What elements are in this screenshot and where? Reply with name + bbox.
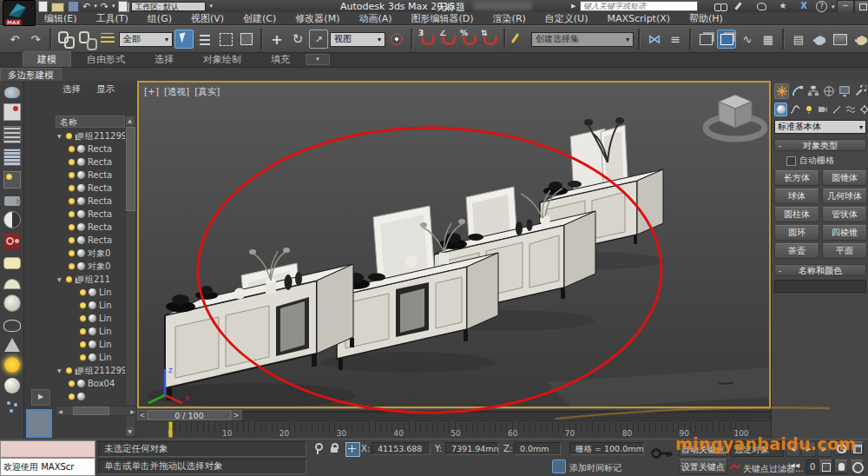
project-folder-icon[interactable]	[118, 1, 128, 12]
rollout-object-type[interactable]: - 对象类型	[774, 139, 866, 151]
light-lister-icon[interactable]	[3, 171, 21, 188]
category-shapes[interactable]	[788, 102, 801, 116]
time-slider-handle[interactable]: 0 / 100	[148, 410, 231, 420]
primitive-button-9[interactable]: 平面	[822, 243, 867, 259]
teapot-wire-icon[interactable]	[3, 320, 21, 332]
restore-button[interactable]	[854, 0, 868, 13]
undo-icon[interactable]: ↶	[82, 2, 90, 11]
viewcube[interactable]	[706, 95, 765, 139]
bind-to-space-warp-icon[interactable]	[98, 30, 117, 49]
tree-row-0[interactable]: ▼组211299	[56, 129, 125, 142]
primitive-button-8[interactable]: 茶壶	[774, 243, 819, 259]
tab-motion[interactable]	[821, 83, 836, 99]
primitive-button-2[interactable]: 球体	[774, 188, 819, 204]
object-name-field[interactable]	[774, 280, 866, 293]
visibility-bulb-icon[interactable]	[69, 263, 75, 269]
curve-editor-icon[interactable]: ∿	[738, 30, 757, 49]
angle-snap-icon[interactable]: ∠	[438, 30, 457, 49]
tree-horizontal-scrollbar[interactable]: ◀ ▶	[56, 406, 137, 416]
ribbon-tab-1[interactable]: 自由形式	[73, 52, 139, 67]
new-file-icon[interactable]	[38, 1, 48, 12]
render-setup-icon[interactable]	[810, 30, 829, 49]
help-icon[interactable]: ?	[816, 1, 827, 12]
primitive-button-0[interactable]: 长方体	[774, 170, 819, 186]
search-icon[interactable]	[713, 1, 727, 11]
expand-icon[interactable]: ▼	[57, 133, 63, 139]
rendered-frame-window-icon[interactable]	[831, 30, 850, 49]
ribbon-tab-0[interactable]: 建模	[23, 51, 71, 67]
dope-sheet-icon[interactable]: ▦	[759, 30, 778, 49]
tree-row-4[interactable]: Recta	[56, 182, 125, 195]
expand-icon[interactable]: ▼	[57, 367, 63, 374]
tree-row-9[interactable]: 对象0	[56, 247, 125, 260]
visibility-bulb-icon[interactable]	[66, 276, 72, 282]
menu-item-8[interactable]: 渲染(R)	[483, 12, 536, 25]
tree-row-5[interactable]: Recta	[56, 195, 125, 208]
select-and-move-icon[interactable]: +	[267, 30, 286, 49]
align-icon[interactable]: ≡	[666, 30, 685, 49]
primitive-button-7[interactable]: 四棱锥	[822, 225, 867, 241]
visibility-bulb-icon[interactable]	[80, 341, 86, 347]
subscription-icon[interactable]	[734, 1, 748, 11]
visibility-bulb-icon[interactable]	[69, 393, 75, 400]
snap-toggle-icon[interactable]: 3	[418, 30, 437, 49]
visibility-bulb-icon[interactable]	[80, 354, 86, 360]
visibility-bulb-icon[interactable]	[69, 146, 75, 152]
expand-icon[interactable]: ▼	[57, 276, 63, 282]
scroll-right-icon[interactable]: ▶	[128, 408, 136, 414]
tab-create[interactable]	[774, 83, 789, 99]
select-and-rotate-icon[interactable]: ↻	[288, 30, 307, 49]
category-space-warps[interactable]	[844, 102, 857, 116]
name-column-header[interactable]: 名称	[56, 116, 125, 128]
moon-icon[interactable]	[3, 211, 21, 228]
edit-named-selection-icon[interactable]	[510, 30, 529, 49]
redo-flyout-icon[interactable]: ▾	[112, 2, 115, 11]
visibility-bulb-icon[interactable]	[69, 250, 75, 256]
redo-button[interactable]: ↷	[26, 30, 45, 49]
explorer-flyout-button[interactable]: ▶	[31, 389, 50, 406]
autogrid-checkbox[interactable]	[786, 156, 796, 166]
viewport-menu-pov[interactable]: [透视]	[164, 86, 189, 98]
category-lights[interactable]	[802, 102, 815, 116]
scene-explorer-icon[interactable]	[717, 30, 736, 49]
plate-icon[interactable]	[3, 257, 21, 269]
viewport-scene[interactable]: z x	[139, 83, 769, 407]
select-object-button[interactable]	[174, 30, 194, 49]
select-and-scale-icon[interactable]: ↗	[309, 30, 328, 49]
mirror-icon[interactable]: ⋈	[645, 30, 664, 49]
material-editor-icon[interactable]: ▤	[789, 30, 808, 49]
minimize-button[interactable]: ─	[837, 0, 854, 13]
scroll-up-icon[interactable]: ▲	[126, 116, 134, 125]
tree-row-6[interactable]: Recta	[56, 208, 125, 221]
time-slider-track[interactable]	[243, 411, 771, 420]
visibility-bulb-icon[interactable]	[69, 237, 75, 243]
category-cameras[interactable]	[816, 102, 829, 116]
visibility-bulb-icon[interactable]	[80, 302, 86, 308]
disc-icon[interactable]	[3, 294, 21, 312]
menu-item-10[interactable]: MAXScript(X)	[597, 12, 680, 25]
pan-view-icon[interactable]	[834, 459, 848, 473]
tree-row-8[interactable]: Recta	[56, 234, 125, 247]
menu-item-0[interactable]: 编辑(E)	[35, 12, 87, 25]
ribbon-tab-4[interactable]: 填充	[257, 52, 304, 67]
workspace-dropdown[interactable]: 工作区: 默认	[131, 2, 206, 11]
search-box[interactable]	[580, 1, 698, 11]
film-icon[interactable]	[4, 234, 20, 249]
tree-row-14[interactable]: Lin	[56, 312, 125, 325]
y-coord-field[interactable]: 7391.94mn	[445, 442, 499, 455]
explorer-menu-select[interactable]: 选择	[62, 83, 81, 97]
isolate-selection-icon[interactable]	[311, 442, 324, 455]
key-filters-icon[interactable]	[730, 461, 741, 473]
rollout-name-color[interactable]: - 名称和颜色	[774, 264, 866, 276]
help-arrow-icon[interactable]: ▾	[832, 3, 835, 12]
tree-row-2[interactable]: Recta	[56, 155, 125, 169]
menu-item-2[interactable]: 组(G)	[138, 12, 181, 25]
category-geometry[interactable]	[774, 102, 787, 116]
primitive-button-5[interactable]: 管状体	[822, 207, 867, 222]
primitive-button-4[interactable]: 圆柱体	[774, 207, 819, 222]
viewport-menu-general[interactable]: [+]	[144, 86, 159, 98]
window-crossing-icon[interactable]	[237, 30, 256, 49]
x-coord-field[interactable]: 41153.688	[372, 442, 431, 455]
teapot-icon[interactable]	[4, 87, 20, 98]
search-input[interactable]	[583, 2, 694, 10]
